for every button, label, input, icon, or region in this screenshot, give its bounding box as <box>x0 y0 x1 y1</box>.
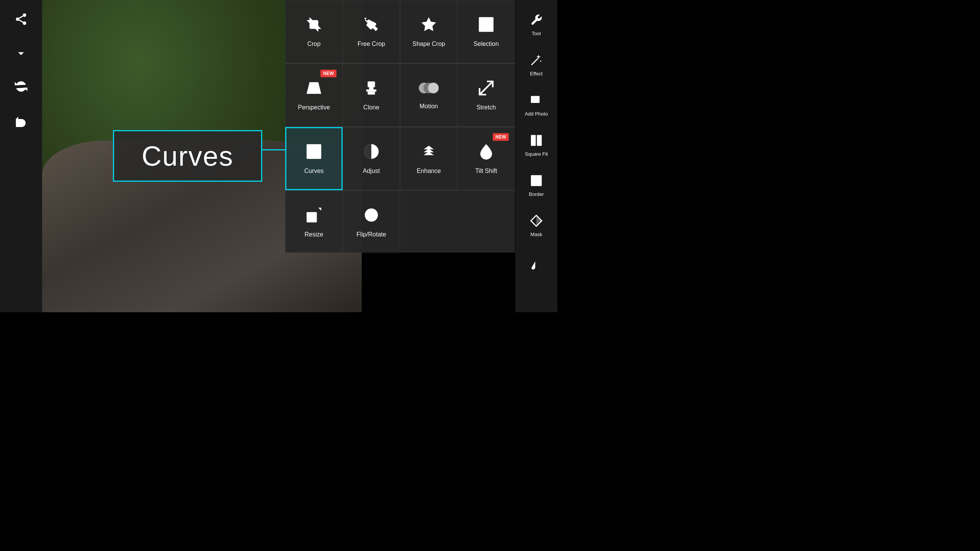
tool-item-tilt-shift[interactable]: NEW Tilt Shift <box>457 127 515 190</box>
curves-label: Curves <box>304 168 324 174</box>
left-sidebar <box>0 0 42 312</box>
share-icon[interactable] <box>10 8 33 31</box>
svg-line-5 <box>18 151 24 157</box>
svg-line-6 <box>18 151 24 157</box>
right-item-effect[interactable]: Effect <box>516 46 557 84</box>
svg-rect-25 <box>531 96 540 103</box>
tilt-shift-icon <box>477 143 495 163</box>
svg-line-21 <box>480 88 486 95</box>
selection-icon <box>477 16 495 36</box>
enhance-label: Enhance <box>416 168 441 174</box>
border-right-label: Border <box>529 191 544 197</box>
add-photo-icon <box>530 94 543 109</box>
tool-row-3: Curves Adjust Enhance <box>285 127 515 190</box>
tool-item-motion[interactable]: Motion <box>400 64 457 127</box>
right-item-mask[interactable]: Mask <box>516 207 557 245</box>
selection-label: Selection <box>474 41 499 47</box>
tool-item-shape-crop[interactable]: Shape Crop <box>400 0 457 63</box>
tool-item-free-crop[interactable]: Free Crop <box>343 0 400 63</box>
svg-rect-30 <box>537 135 542 146</box>
svg-line-20 <box>486 82 493 88</box>
close-icon[interactable] <box>10 142 33 165</box>
perspective-icon <box>305 79 323 99</box>
tool-item-resize[interactable]: Resize <box>285 191 343 254</box>
refresh-icon[interactable] <box>10 75 33 98</box>
tool-item-crop[interactable]: Crop <box>285 0 343 63</box>
svg-rect-16 <box>368 92 375 95</box>
resize-icon <box>305 206 323 227</box>
svg-line-4 <box>19 16 23 18</box>
tool-row-1: Crop Free Crop Shape Crop Selection <box>285 0 515 63</box>
tool-icon <box>530 13 543 28</box>
svg-rect-15 <box>366 90 377 92</box>
tool-right-label: Tool <box>532 31 541 36</box>
clone-label: Clone <box>363 104 379 111</box>
svg-rect-14 <box>369 87 374 90</box>
tool-item-selection[interactable]: Selection <box>457 0 515 63</box>
shape-crop-label: Shape Crop <box>412 41 445 47</box>
effect-icon <box>530 54 543 68</box>
mask-right-label: Mask <box>530 231 542 237</box>
add-photo-right-label: Add Photo <box>525 111 548 117</box>
download-icon[interactable] <box>10 41 33 64</box>
svg-rect-29 <box>531 135 536 146</box>
crop-icon <box>305 16 323 36</box>
tool-item-curves[interactable]: Curves <box>285 127 343 190</box>
curves-text-box: Curves <box>113 130 262 182</box>
right-item-brush[interactable] <box>516 247 557 285</box>
svg-rect-13 <box>368 82 375 87</box>
tool-item-clone[interactable]: Clone <box>343 64 400 127</box>
border-icon <box>530 174 543 189</box>
resize-label: Resize <box>305 231 323 238</box>
effect-right-label: Effect <box>530 71 542 77</box>
shape-crop-icon <box>420 16 438 36</box>
motion-label: Motion <box>420 103 438 110</box>
perspective-new-badge: NEW <box>320 70 336 77</box>
svg-line-24 <box>531 59 538 65</box>
flip-rotate-label: Flip/Rotate <box>356 231 386 238</box>
tool-row-4: Resize Flip/Rotate <box>285 191 515 254</box>
tilt-shift-label: Tilt Shift <box>475 168 497 174</box>
tool-item-stretch[interactable]: Stretch <box>457 64 515 127</box>
square-fit-right-label: Square Fit <box>525 151 548 157</box>
adjust-label: Adjust <box>363 168 380 174</box>
svg-point-19 <box>428 83 439 93</box>
curves-text-label: Curves <box>142 140 234 172</box>
right-sidebar: Tool Effect Add Photo <box>515 0 557 312</box>
svg-marker-7 <box>421 17 436 31</box>
free-crop-label: Free Crop <box>358 41 385 47</box>
enhance-icon <box>420 143 438 163</box>
stretch-icon <box>477 79 495 99</box>
svg-point-1 <box>16 18 20 21</box>
tool-item-enhance[interactable]: Enhance <box>400 127 457 190</box>
crop-label: Crop <box>307 41 321 47</box>
curves-icon <box>305 143 323 163</box>
motion-icon <box>419 80 439 98</box>
stretch-label: Stretch <box>477 104 496 111</box>
square-fit-icon <box>530 134 543 149</box>
svg-point-28 <box>533 98 534 99</box>
undo-icon[interactable] <box>10 109 33 132</box>
mask-icon <box>530 214 543 229</box>
tool-panel: Crop Free Crop Shape Crop Selection NEW <box>285 0 515 253</box>
adjust-icon <box>363 143 380 163</box>
tilt-shift-new-badge: NEW <box>493 133 509 141</box>
right-item-tool[interactable]: Tool <box>516 6 557 44</box>
flip-rotate-icon <box>363 206 380 227</box>
svg-point-0 <box>23 13 26 17</box>
svg-line-3 <box>19 20 23 22</box>
right-item-add-photo[interactable]: Add Photo <box>516 86 557 124</box>
clone-icon <box>363 79 380 99</box>
tool-item-perspective[interactable]: NEW Perspective <box>285 64 343 127</box>
right-item-square-fit[interactable]: Square Fit <box>516 126 557 165</box>
tool-item-adjust[interactable]: Adjust <box>343 127 400 190</box>
brush-icon <box>530 259 543 274</box>
right-item-border[interactable]: Border <box>516 166 557 205</box>
tool-item-flip-rotate[interactable]: Flip/Rotate <box>343 191 400 254</box>
svg-rect-23 <box>307 212 317 222</box>
free-crop-icon <box>363 16 380 36</box>
svg-rect-8 <box>479 17 493 32</box>
perspective-label: Perspective <box>298 104 330 111</box>
svg-rect-33 <box>534 178 538 183</box>
svg-point-2 <box>23 21 26 25</box>
